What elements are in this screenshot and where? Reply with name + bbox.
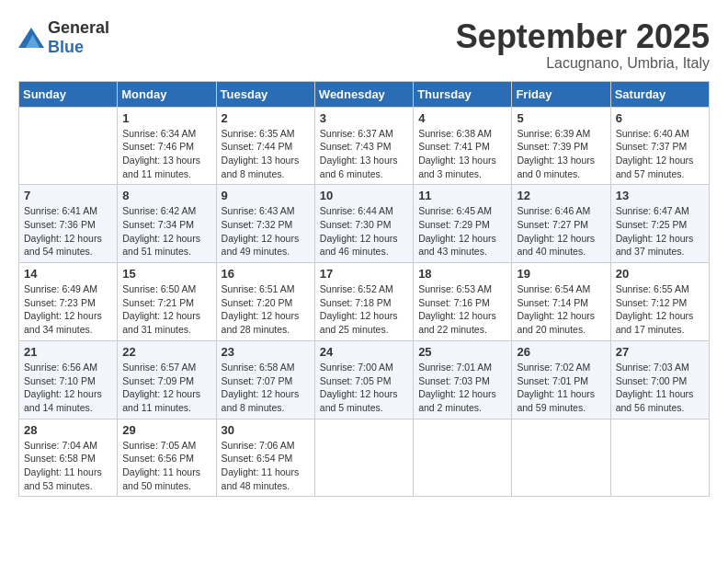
calendar-header-row: SundayMondayTuesdayWednesdayThursdayFrid…	[19, 81, 710, 107]
calendar-cell: 16Sunrise: 6:51 AMSunset: 7:20 PMDayligh…	[216, 263, 314, 341]
calendar-cell: 22Sunrise: 6:57 AMSunset: 7:09 PMDayligh…	[118, 340, 216, 419]
day-number: 11	[418, 189, 506, 202]
day-info: Sunrise: 7:06 AMSunset: 6:54 PMDaylight:…	[222, 439, 310, 493]
day-info: Sunrise: 6:41 AMSunset: 7:36 PMDaylight:…	[24, 204, 112, 259]
day-info: Sunrise: 7:03 AMSunset: 7:00 PMDaylight:…	[616, 361, 704, 415]
day-number: 18	[418, 267, 506, 281]
calendar-cell: 9Sunrise: 6:43 AMSunset: 7:32 PMDaylight…	[216, 185, 314, 263]
day-info: Sunrise: 6:35 AMSunset: 7:44 PMDaylight:…	[222, 127, 310, 181]
day-number: 16	[222, 267, 310, 281]
day-info: Sunrise: 7:05 AMSunset: 6:56 PMDaylight:…	[122, 439, 210, 493]
day-number: 26	[517, 345, 605, 359]
calendar-cell	[19, 107, 118, 185]
title-block: September 2025 Lacugnano, Umbria, Italy	[456, 18, 710, 72]
day-info: Sunrise: 6:57 AMSunset: 7:09 PMDaylight:…	[122, 361, 210, 415]
day-info: Sunrise: 6:47 AMSunset: 7:25 PMDaylight:…	[616, 204, 704, 259]
calendar-cell: 6Sunrise: 6:40 AMSunset: 7:37 PMDaylight…	[610, 107, 709, 185]
calendar-cell	[512, 419, 610, 497]
header-tuesday: Tuesday	[216, 81, 314, 107]
day-info: Sunrise: 6:49 AMSunset: 7:23 PMDaylight:…	[24, 282, 112, 337]
day-number: 7	[24, 189, 112, 202]
day-number: 4	[418, 111, 506, 125]
calendar-cell	[314, 419, 413, 497]
day-number: 5	[517, 111, 605, 125]
day-number: 17	[320, 267, 408, 281]
day-number: 1	[122, 111, 210, 125]
header-monday: Monday	[118, 81, 216, 107]
calendar-cell: 5Sunrise: 6:39 AMSunset: 7:39 PMDaylight…	[512, 107, 610, 185]
header-wednesday: Wednesday	[314, 81, 413, 107]
day-info: Sunrise: 6:45 AMSunset: 7:29 PMDaylight:…	[418, 204, 506, 259]
day-info: Sunrise: 7:04 AMSunset: 6:58 PMDaylight:…	[24, 439, 112, 493]
day-number: 20	[616, 267, 704, 281]
location-title: Lacugnano, Umbria, Italy	[456, 55, 710, 72]
calendar-table: SundayMondayTuesdayWednesdayThursdayFrid…	[18, 81, 710, 498]
day-info: Sunrise: 6:52 AMSunset: 7:18 PMDaylight:…	[320, 282, 408, 337]
day-number: 23	[222, 345, 310, 359]
day-info: Sunrise: 6:38 AMSunset: 7:41 PMDaylight:…	[418, 127, 506, 181]
day-number: 8	[122, 189, 210, 202]
calendar-cell: 23Sunrise: 6:58 AMSunset: 7:07 PMDayligh…	[216, 340, 314, 419]
calendar-cell: 19Sunrise: 6:54 AMSunset: 7:14 PMDayligh…	[512, 263, 610, 341]
day-number: 21	[24, 345, 112, 359]
header-sunday: Sunday	[19, 81, 118, 107]
day-info: Sunrise: 6:51 AMSunset: 7:20 PMDaylight:…	[222, 282, 310, 337]
calendar-cell: 26Sunrise: 7:02 AMSunset: 7:01 PMDayligh…	[512, 340, 610, 419]
calendar-cell	[414, 419, 512, 497]
calendar-cell: 30Sunrise: 7:06 AMSunset: 6:54 PMDayligh…	[216, 419, 314, 497]
calendar-cell: 29Sunrise: 7:05 AMSunset: 6:56 PMDayligh…	[118, 419, 216, 497]
calendar-cell: 20Sunrise: 6:55 AMSunset: 7:12 PMDayligh…	[610, 263, 709, 341]
calendar-cell: 4Sunrise: 6:38 AMSunset: 7:41 PMDaylight…	[414, 107, 512, 185]
calendar-cell: 7Sunrise: 6:41 AMSunset: 7:36 PMDaylight…	[19, 185, 118, 263]
day-info: Sunrise: 7:01 AMSunset: 7:03 PMDaylight:…	[418, 361, 506, 415]
day-number: 12	[517, 189, 605, 202]
calendar-cell: 10Sunrise: 6:44 AMSunset: 7:30 PMDayligh…	[314, 185, 413, 263]
calendar-cell: 11Sunrise: 6:45 AMSunset: 7:29 PMDayligh…	[414, 185, 512, 263]
day-number: 15	[122, 267, 210, 281]
logo-text-general: General	[48, 18, 109, 37]
calendar-cell: 8Sunrise: 6:42 AMSunset: 7:34 PMDaylight…	[118, 185, 216, 263]
logo: General Blue	[18, 18, 109, 57]
month-title: September 2025	[456, 18, 710, 55]
calendar-cell: 21Sunrise: 6:56 AMSunset: 7:10 PMDayligh…	[19, 340, 118, 419]
calendar-cell: 15Sunrise: 6:50 AMSunset: 7:21 PMDayligh…	[118, 263, 216, 341]
day-info: Sunrise: 6:55 AMSunset: 7:12 PMDaylight:…	[616, 282, 704, 337]
day-info: Sunrise: 6:50 AMSunset: 7:21 PMDaylight:…	[122, 282, 210, 337]
calendar-cell: 1Sunrise: 6:34 AMSunset: 7:46 PMDaylight…	[118, 107, 216, 185]
day-info: Sunrise: 6:54 AMSunset: 7:14 PMDaylight:…	[517, 282, 605, 337]
header-friday: Friday	[512, 81, 610, 107]
day-number: 25	[418, 345, 506, 359]
calendar-cell: 12Sunrise: 6:46 AMSunset: 7:27 PMDayligh…	[512, 185, 610, 263]
calendar-week-5: 28Sunrise: 7:04 AMSunset: 6:58 PMDayligh…	[19, 419, 710, 497]
day-info: Sunrise: 6:39 AMSunset: 7:39 PMDaylight:…	[517, 127, 605, 181]
calendar-cell	[610, 419, 709, 497]
day-number: 29	[122, 423, 210, 437]
page-header: General Blue September 2025 Lacugnano, U…	[18, 18, 710, 72]
calendar-cell: 27Sunrise: 7:03 AMSunset: 7:00 PMDayligh…	[610, 340, 709, 419]
day-number: 13	[616, 189, 704, 202]
calendar-cell: 24Sunrise: 7:00 AMSunset: 7:05 PMDayligh…	[314, 340, 413, 419]
calendar-cell: 2Sunrise: 6:35 AMSunset: 7:44 PMDaylight…	[216, 107, 314, 185]
calendar-week-3: 14Sunrise: 6:49 AMSunset: 7:23 PMDayligh…	[19, 263, 710, 341]
logo-icon	[18, 28, 44, 48]
calendar-cell: 28Sunrise: 7:04 AMSunset: 6:58 PMDayligh…	[19, 419, 118, 497]
day-info: Sunrise: 6:44 AMSunset: 7:30 PMDaylight:…	[320, 204, 408, 259]
day-info: Sunrise: 7:00 AMSunset: 7:05 PMDaylight:…	[320, 361, 408, 415]
day-number: 2	[222, 111, 310, 125]
logo-text-blue: Blue	[48, 38, 84, 56]
calendar-cell: 3Sunrise: 6:37 AMSunset: 7:43 PMDaylight…	[314, 107, 413, 185]
day-info: Sunrise: 6:46 AMSunset: 7:27 PMDaylight:…	[517, 204, 605, 259]
day-number: 22	[122, 345, 210, 359]
day-info: Sunrise: 6:42 AMSunset: 7:34 PMDaylight:…	[122, 204, 210, 259]
calendar-cell: 17Sunrise: 6:52 AMSunset: 7:18 PMDayligh…	[314, 263, 413, 341]
day-number: 14	[24, 267, 112, 281]
day-info: Sunrise: 6:37 AMSunset: 7:43 PMDaylight:…	[320, 127, 408, 181]
calendar-cell: 13Sunrise: 6:47 AMSunset: 7:25 PMDayligh…	[610, 185, 709, 263]
calendar-cell: 14Sunrise: 6:49 AMSunset: 7:23 PMDayligh…	[19, 263, 118, 341]
day-info: Sunrise: 6:56 AMSunset: 7:10 PMDaylight:…	[24, 361, 112, 415]
calendar-cell: 18Sunrise: 6:53 AMSunset: 7:16 PMDayligh…	[414, 263, 512, 341]
day-number: 6	[616, 111, 704, 125]
day-info: Sunrise: 6:58 AMSunset: 7:07 PMDaylight:…	[222, 361, 310, 415]
day-info: Sunrise: 6:34 AMSunset: 7:46 PMDaylight:…	[122, 127, 210, 181]
day-info: Sunrise: 6:43 AMSunset: 7:32 PMDaylight:…	[222, 204, 310, 259]
